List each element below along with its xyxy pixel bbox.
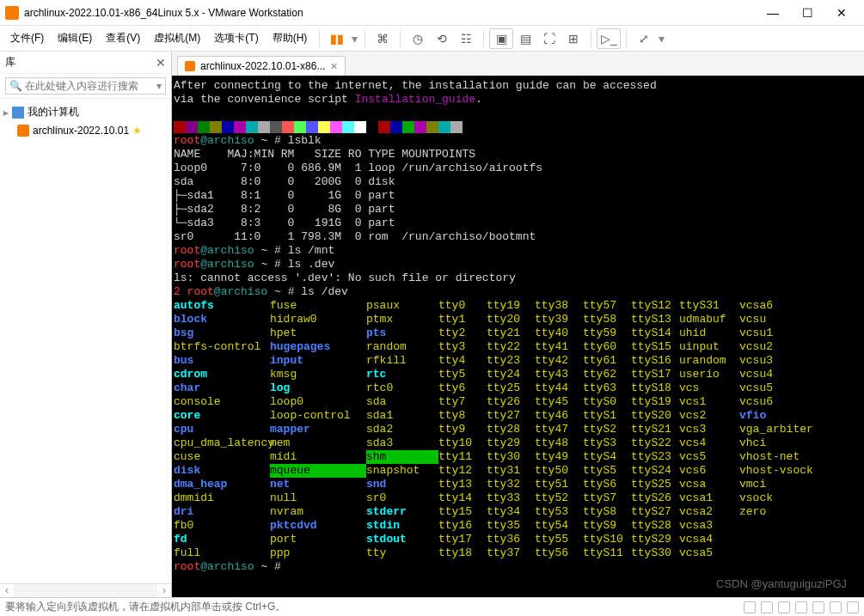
- disk-icon[interactable]: [744, 601, 756, 613]
- vm-tab[interactable]: archlinux-2022.10.01-x86... ✕: [177, 56, 346, 76]
- display-icon[interactable]: [847, 601, 859, 613]
- separator: [400, 30, 401, 47]
- collapse-icon[interactable]: ▸: [3, 107, 9, 119]
- vm-icon: [185, 61, 195, 71]
- fullscreen-dropdown[interactable]: ▾: [656, 28, 666, 49]
- favorite-icon[interactable]: ★: [132, 125, 142, 137]
- view2-button[interactable]: ▤: [513, 28, 537, 49]
- search-dropdown-icon[interactable]: ▾: [156, 80, 162, 92]
- menubar: 文件(F) 编辑(E) 查看(V) 虚拟机(M) 选项卡(T) 帮助(H) ▮▮…: [0, 26, 864, 52]
- sidebar-search-input[interactable]: [25, 80, 156, 92]
- sidebar-tree: ▸ 我的计算机 archlinux-2022.10.01 ★: [0, 99, 171, 583]
- vm-icon: [17, 125, 29, 137]
- menu-help[interactable]: 帮助(H): [266, 27, 315, 49]
- fullscreen-button[interactable]: ⤢: [632, 28, 656, 49]
- sidebar: 库 ✕ 🔍 ▾ ▸ 我的计算机 archlinux-2022.10.01 ★ ‹: [0, 52, 172, 597]
- tree-vm-label: archlinux-2022.10.01: [33, 125, 129, 137]
- view1-button[interactable]: ▣: [489, 28, 513, 49]
- separator: [626, 30, 627, 47]
- tree-root[interactable]: ▸ 我的计算机: [2, 102, 169, 122]
- sidebar-search[interactable]: 🔍 ▾: [5, 77, 166, 95]
- menu-vm[interactable]: 虚拟机(M): [147, 27, 207, 49]
- pause-dropdown[interactable]: ▾: [349, 28, 359, 49]
- separator: [591, 30, 591, 47]
- terminal[interactable]: After connecting to the internet, the in…: [172, 76, 864, 597]
- computer-icon: [12, 107, 24, 119]
- view3-button[interactable]: ⛶: [537, 28, 561, 49]
- cd-icon[interactable]: [761, 601, 773, 613]
- snapshot-button[interactable]: ◷: [406, 28, 430, 49]
- sidebar-hscroll[interactable]: ‹ ›: [0, 583, 171, 597]
- pause-button[interactable]: ▮▮: [325, 28, 349, 49]
- send-keys-button[interactable]: ⌘: [371, 28, 395, 49]
- snapshot-manager-button[interactable]: ☷: [454, 28, 478, 49]
- status-text: 要将输入定向到该虚拟机，请在虚拟机内部单击或按 Ctrl+G。: [5, 600, 285, 614]
- tree-root-label: 我的计算机: [28, 105, 79, 119]
- revert-button[interactable]: ⟲: [430, 28, 454, 49]
- scroll-left[interactable]: ‹: [0, 584, 14, 597]
- printer-icon[interactable]: [830, 601, 842, 613]
- window-titlebar: archlinux-2022.10.01-x86_64Linux 5.x - V…: [0, 0, 864, 26]
- close-button[interactable]: ✕: [824, 1, 859, 25]
- scroll-track[interactable]: [14, 584, 157, 597]
- statusbar: 要将输入定向到该虚拟机，请在虚拟机内部单击或按 Ctrl+G。: [0, 597, 864, 616]
- minimize-button[interactable]: —: [756, 1, 790, 25]
- app-icon: [5, 6, 19, 20]
- status-icons: [744, 601, 859, 613]
- scroll-right[interactable]: ›: [157, 584, 171, 597]
- menu-view[interactable]: 查看(V): [99, 27, 147, 49]
- maximize-button[interactable]: ☐: [790, 1, 824, 25]
- tabbar: archlinux-2022.10.01-x86... ✕: [172, 52, 864, 76]
- separator: [483, 30, 484, 47]
- view4-button[interactable]: ⊞: [561, 28, 585, 49]
- sound-icon[interactable]: [812, 601, 824, 613]
- separator: [365, 30, 365, 47]
- content: archlinux-2022.10.01-x86... ✕ After conn…: [172, 52, 864, 597]
- console-button[interactable]: ▷_: [597, 28, 621, 49]
- tab-label: archlinux-2022.10.01-x86...: [200, 60, 325, 72]
- search-icon: 🔍: [9, 80, 22, 92]
- menu-file[interactable]: 文件(F): [3, 27, 51, 49]
- sidebar-close-button[interactable]: ✕: [156, 56, 166, 70]
- menu-tabs[interactable]: 选项卡(T): [207, 27, 265, 49]
- tab-close-button[interactable]: ✕: [330, 61, 338, 72]
- sidebar-title: 库: [5, 55, 156, 70]
- usb-icon[interactable]: [795, 601, 807, 613]
- window-title: archlinux-2022.10.01-x86_64Linux 5.x - V…: [24, 7, 756, 19]
- tree-vm-item[interactable]: archlinux-2022.10.01 ★: [2, 122, 169, 139]
- net-icon[interactable]: [778, 601, 790, 613]
- menu-edit[interactable]: 编辑(E): [51, 27, 99, 49]
- separator: [319, 30, 320, 47]
